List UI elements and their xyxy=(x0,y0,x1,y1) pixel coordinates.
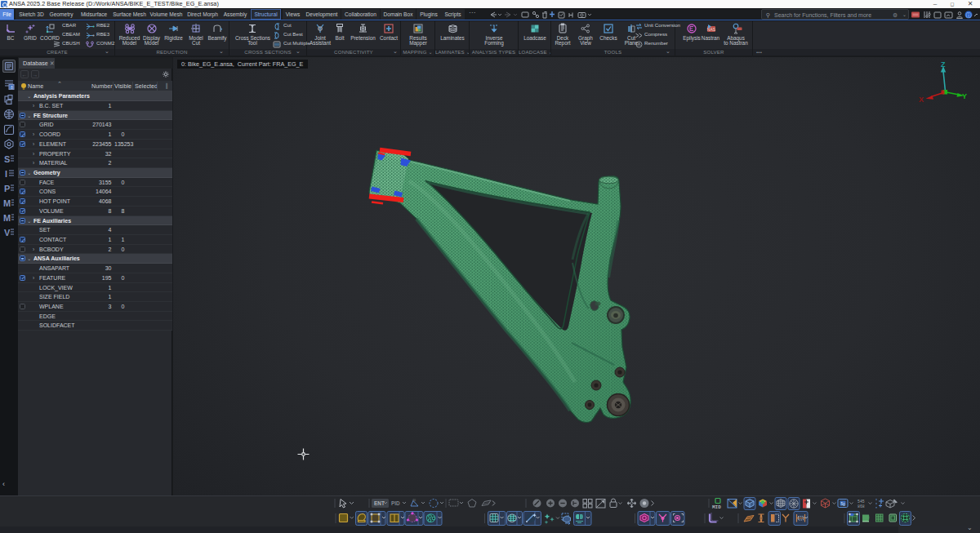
svg-text:PID: PID xyxy=(391,500,400,506)
svg-text:ⓘ: ⓘ xyxy=(966,12,972,18)
svg-text:8: 8 xyxy=(11,85,13,90)
svg-text:5g: 5g xyxy=(841,502,846,506)
svg-text:ENT: ENT xyxy=(374,500,385,506)
svg-text:X: X xyxy=(919,95,924,104)
svg-text:Z: Z xyxy=(941,60,946,69)
svg-text:40: 40 xyxy=(412,499,416,502)
svg-text:Y: Y xyxy=(962,92,967,100)
svg-text:M: M xyxy=(3,213,11,223)
svg-text:M: M xyxy=(3,198,11,208)
svg-text:I: I xyxy=(5,169,7,179)
svg-text:868: 868 xyxy=(858,504,865,509)
svg-text:V: V xyxy=(4,228,11,238)
svg-text:MID: MID xyxy=(712,504,721,510)
svg-text:P: P xyxy=(4,184,10,193)
svg-text:S: S xyxy=(4,154,10,164)
svg-text:545: 545 xyxy=(858,500,865,504)
